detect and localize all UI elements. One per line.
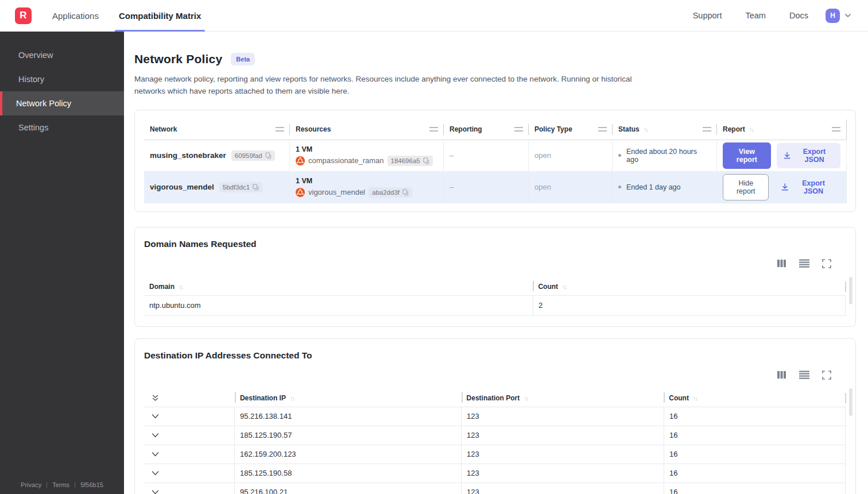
page-description: Manage network policy, reporting and vie… xyxy=(134,74,640,98)
hide-report-button[interactable]: Hide report xyxy=(723,174,769,200)
table-row: 185.125.190.58 123 16 xyxy=(144,464,846,483)
expand-row-cell[interactable] xyxy=(144,426,235,445)
fullscreen-icon[interactable] xyxy=(822,370,831,380)
column-menu-icon[interactable] xyxy=(598,127,607,132)
status-text: Ended 1 day ago xyxy=(626,183,681,191)
terms-link[interactable]: Terms xyxy=(52,481,69,488)
copy-icon[interactable] xyxy=(402,189,409,196)
chevron-down-icon[interactable] xyxy=(152,433,159,438)
column-header-status[interactable]: Status xyxy=(613,119,717,140)
sidebar-item-settings[interactable]: Settings xyxy=(0,115,124,140)
export-json-button[interactable]: Export JSON xyxy=(777,143,840,168)
sort-icon[interactable] xyxy=(524,395,528,402)
count-cell: 2 xyxy=(533,296,846,315)
column-resize-handle[interactable] xyxy=(845,281,846,292)
copy-icon[interactable] xyxy=(253,184,259,191)
sort-icon[interactable] xyxy=(749,126,753,133)
nav-link-team[interactable]: Team xyxy=(745,11,765,20)
sort-icon[interactable] xyxy=(562,283,566,290)
sort-icon[interactable] xyxy=(290,395,294,402)
destination-ip-cell: 185.125.190.57 xyxy=(235,426,462,445)
chevron-down-icon[interactable] xyxy=(152,490,159,494)
fullscreen-icon[interactable] xyxy=(822,259,831,268)
column-header-count[interactable]: Count xyxy=(533,278,845,295)
table-row: 95.216.138.141 123 16 xyxy=(144,407,846,426)
chevron-down-icon[interactable] xyxy=(152,414,159,419)
page-title: Network Policy xyxy=(134,52,222,66)
nav-link-support[interactable]: Support xyxy=(693,11,722,20)
table-row: 185.125.190.57 123 16 xyxy=(144,426,846,445)
tab-compatibility-matrix[interactable]: Compatibility Matrix xyxy=(119,0,201,32)
nav-link-docs[interactable]: Docs xyxy=(789,11,808,20)
column-menu-icon[interactable] xyxy=(429,127,438,132)
reporting-value: – xyxy=(450,183,454,191)
column-menu-icon[interactable] xyxy=(514,127,523,132)
scrollbar-thumb[interactable] xyxy=(849,388,852,416)
column-menu-icon[interactable] xyxy=(832,127,840,132)
export-json-button[interactable]: Export JSON xyxy=(774,175,840,200)
sidebar-item-history[interactable]: History xyxy=(0,67,124,91)
count-cell: 16 xyxy=(664,483,846,494)
destination-ip-card: Destination IP Addresses Connected To xyxy=(134,338,856,494)
column-label: Resources xyxy=(296,125,331,133)
tab-applications[interactable]: Applications xyxy=(52,0,99,32)
column-header-destination-port[interactable]: Destination Port xyxy=(462,389,664,407)
destination-ip-cell: 185.125.190.58 xyxy=(235,464,462,483)
vm-id-badge: aba2dd3f xyxy=(369,187,412,198)
destination-port-cell: 123 xyxy=(462,426,664,445)
column-header-count[interactable]: Count xyxy=(664,389,845,407)
chevron-down-icon[interactable] xyxy=(844,11,852,20)
status-dot-icon xyxy=(618,154,621,157)
sort-icon[interactable] xyxy=(179,283,183,290)
expand-row-cell[interactable] xyxy=(144,464,235,483)
app-logo[interactable]: R xyxy=(15,7,32,24)
sort-icon[interactable] xyxy=(644,126,648,133)
copy-icon[interactable] xyxy=(423,157,429,164)
status-text: Ended about 20 hours ago xyxy=(626,148,711,164)
columns-icon[interactable] xyxy=(777,370,786,380)
column-resize-handle[interactable] xyxy=(845,393,846,403)
app-logo-letter: R xyxy=(20,10,26,21)
sort-icon[interactable] xyxy=(693,395,697,402)
nav-right: Support Team Docs H xyxy=(669,9,852,23)
column-header-network[interactable]: Network xyxy=(144,119,290,140)
column-header-domain[interactable]: Domain xyxy=(144,278,533,295)
column-header-destination-ip[interactable]: Destination IP xyxy=(235,389,462,407)
sidebar-item-overview[interactable]: Overview xyxy=(0,43,124,67)
chevron-down-icon[interactable] xyxy=(152,471,159,476)
column-menu-icon[interactable] xyxy=(276,127,284,132)
chevron-down-icon[interactable] xyxy=(152,452,159,457)
scrollbar-thumb[interactable] xyxy=(849,277,852,304)
column-header-resources[interactable]: Resources xyxy=(290,119,444,140)
column-header-policy-type[interactable]: Policy Type xyxy=(529,119,613,140)
count-cell: 16 xyxy=(664,407,846,426)
expand-row-cell[interactable] xyxy=(144,407,235,426)
app-root: R Applications Compatibility Matrix Supp… xyxy=(0,0,868,494)
column-label: Destination IP xyxy=(240,394,286,402)
table-row: 162.159.200.123 123 16 xyxy=(144,445,846,464)
rows-icon[interactable] xyxy=(799,258,809,268)
columns-icon[interactable] xyxy=(777,258,786,268)
expand-all-header[interactable] xyxy=(144,389,235,407)
expand-row-cell[interactable] xyxy=(144,445,235,464)
user-avatar[interactable]: H xyxy=(826,9,840,23)
column-header-reporting[interactable]: Reporting xyxy=(444,119,529,140)
domain-names-card: Domain Names Requested Domain xyxy=(134,227,856,327)
footer-divider xyxy=(46,482,47,488)
column-header-report[interactable]: Report xyxy=(717,119,847,140)
network-id-badge: 60959fad xyxy=(231,150,275,161)
count-cell: 16 xyxy=(664,464,846,483)
double-chevron-down-icon[interactable] xyxy=(152,394,159,402)
expand-row-cell[interactable] xyxy=(144,483,235,494)
sidebar-nav: Overview History Network Policy Settings xyxy=(0,32,124,140)
view-report-button[interactable]: View report xyxy=(723,142,771,169)
sidebar-footer: Privacy Terms 5f56b15 xyxy=(0,481,124,488)
vm-id: 184696a5 xyxy=(391,157,420,164)
download-icon xyxy=(781,183,789,191)
top-navbar: R Applications Compatibility Matrix Supp… xyxy=(0,0,868,32)
copy-icon[interactable] xyxy=(265,152,272,159)
column-menu-icon[interactable] xyxy=(703,127,711,132)
sidebar-item-network-policy[interactable]: Network Policy xyxy=(0,91,124,115)
rows-icon[interactable] xyxy=(799,370,809,380)
privacy-link[interactable]: Privacy xyxy=(21,481,41,488)
